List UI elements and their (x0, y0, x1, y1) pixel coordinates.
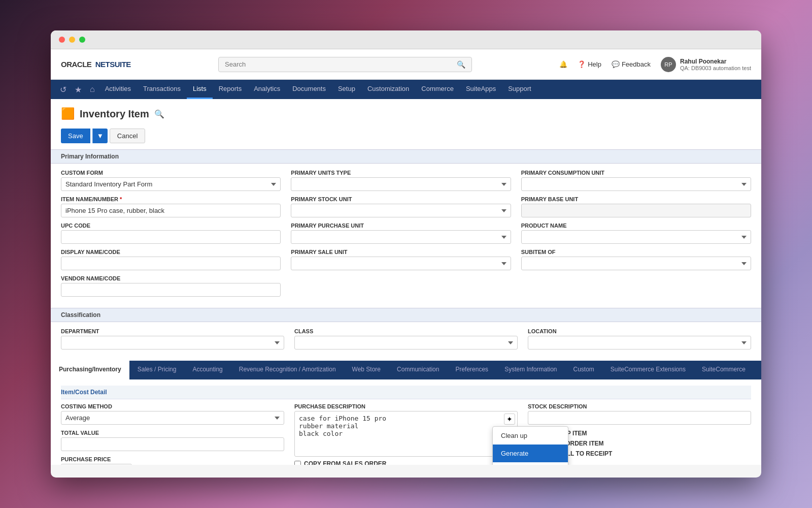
tab-web-store[interactable]: Web Store (344, 361, 389, 379)
nav-item-documents[interactable]: Documents (286, 80, 332, 99)
tab-sales-pricing[interactable]: Sales / Pricing (129, 361, 185, 379)
ai-option-generate[interactable]: Generate (493, 444, 568, 462)
tab-suitecommerce[interactable]: SuiteCommerce (694, 361, 754, 379)
nav-item-suiteapps[interactable]: SuiteApps (460, 80, 502, 99)
item-name-label: ITEM NAME/NUMBER (61, 196, 281, 202)
location-label: LOCATION (528, 328, 751, 334)
feedback-label: Feedback (622, 60, 651, 68)
upc-code-label: UPC CODE (61, 223, 281, 229)
page-search-icon[interactable]: 🔍 (154, 109, 164, 119)
purchase-price-field: PURCHASE PRICE (61, 456, 284, 465)
department-field: DEPARTMENT (61, 328, 284, 350)
tab-purchasing-inventory[interactable]: Purchasing/Inventory (51, 361, 129, 379)
vendor-name-field: VENDOR NAME/CODE (61, 275, 281, 297)
logo: ORACLE NETSUITE (61, 60, 131, 69)
copy-from-sales-checkbox[interactable] (294, 461, 301, 465)
minimize-dot[interactable] (69, 37, 75, 43)
maximize-dot[interactable] (79, 37, 85, 43)
product-name-select[interactable] (521, 230, 751, 244)
nav-item-analytics[interactable]: Analytics (248, 80, 286, 99)
tab-system-information[interactable]: System Information (496, 361, 565, 379)
purchase-price-label: PURCHASE PRICE (61, 456, 284, 462)
nav-item-support[interactable]: Support (502, 80, 537, 99)
tabs-bar: Purchasing/Inventory Sales / Pricing Acc… (51, 361, 761, 379)
primary-units-type-select[interactable] (291, 177, 511, 191)
primary-base-unit-label: PRIMARY BASE UNIT (521, 196, 751, 202)
custom-form-field: CUSTOM FORM Standard Inventory Part Form (61, 170, 281, 191)
display-name-input[interactable] (61, 257, 281, 270)
primary-purchase-unit-select[interactable] (291, 230, 511, 244)
nav-item-activities[interactable]: Activities (99, 80, 137, 99)
primary-base-unit-input[interactable] (521, 204, 751, 217)
vendor-name-label: VENDOR NAME/CODE (61, 275, 281, 281)
purchase-price-input[interactable] (61, 464, 132, 465)
page-title: Inventory Item (80, 108, 149, 120)
purchase-description-textarea[interactable] (294, 411, 518, 457)
primary-purchase-unit-label: PRIMARY PURCHASE UNIT (291, 223, 511, 229)
ai-assist-button[interactable]: ✦ (504, 414, 515, 425)
primary-purchase-unit-field: PRIMARY PURCHASE UNIT (291, 223, 511, 244)
search-input[interactable] (225, 60, 453, 68)
nav-item-reports[interactable]: Reports (213, 80, 248, 99)
total-value-label: TOTAL VALUE (61, 430, 284, 436)
costing-method-select[interactable]: Average FIFO LIFO Standard (61, 411, 284, 425)
ai-dropdown: Clean up Generate Make longer Make short… (492, 426, 568, 465)
class-select[interactable] (294, 336, 518, 350)
subitem-of-field: SUBITEM OF (521, 249, 751, 270)
toolbar: Save ▼ Cancel (51, 124, 761, 149)
item-name-input[interactable] (61, 204, 281, 217)
header-actions: 🔔 ❓ Help 💬 Feedback RP Rahul Poonekar QA… (559, 57, 751, 72)
tab-communication[interactable]: Communication (389, 361, 447, 379)
tab-custom[interactable]: Custom (565, 361, 602, 379)
display-name-field: DISPLAY NAME/CODE (61, 249, 281, 270)
nav-item-customization[interactable]: Customization (361, 80, 415, 99)
tab-accounting[interactable]: Accounting (184, 361, 230, 379)
save-dropdown-button[interactable]: ▼ (92, 129, 108, 143)
class-field: CLASS (294, 328, 518, 350)
search-bar[interactable]: 🔍 (218, 57, 472, 72)
vendor-name-input[interactable] (61, 283, 281, 297)
tab-preferences[interactable]: Preferences (447, 361, 496, 379)
subitem-of-label: SUBITEM OF (521, 249, 751, 255)
feedback-button[interactable]: 💬 Feedback (612, 60, 651, 68)
tab-revenue-recognition[interactable]: Revenue Recognition / Amortization (231, 361, 344, 379)
primary-sale-unit-field: PRIMARY SALE UNIT (291, 249, 511, 270)
department-select[interactable] (61, 336, 284, 350)
purchase-description-field: PURCHASE DESCRIPTION ✦ Clean up Generate… (294, 403, 518, 465)
nav-favorites-icon[interactable]: ★ (71, 85, 86, 94)
save-button[interactable]: Save (61, 129, 90, 143)
ai-option-make-longer[interactable]: Make longer (493, 462, 568, 465)
tab-suitecommerce-extensions[interactable]: SuiteCommerce Extensions (602, 361, 694, 379)
classification-section-header: Classification (51, 308, 761, 322)
close-dot[interactable] (59, 37, 65, 43)
purchase-description-label: PURCHASE DESCRIPTION (294, 403, 518, 409)
primary-sale-unit-label: PRIMARY SALE UNIT (291, 249, 511, 255)
search-icon: 🔍 (457, 60, 465, 69)
nav-item-commerce[interactable]: Commerce (415, 80, 460, 99)
primary-info-grid: CUSTOM FORM Standard Inventory Part Form… (51, 164, 761, 308)
custom-form-select[interactable]: Standard Inventory Part Form (61, 177, 281, 191)
nav-item-transactions[interactable]: Transactions (137, 80, 187, 99)
upc-code-input[interactable] (61, 230, 281, 244)
nav-item-lists[interactable]: Lists (187, 80, 213, 99)
primary-sale-unit-select[interactable] (291, 257, 511, 270)
subitem-of-select[interactable] (521, 257, 751, 270)
cancel-button[interactable]: Cancel (110, 129, 145, 143)
nav-item-setup[interactable]: Setup (332, 80, 361, 99)
copy-from-sales-label: COPY FROM SALES ORDER (304, 460, 386, 465)
notification-button[interactable]: 🔔 (559, 60, 567, 68)
primary-stock-unit-select[interactable] (291, 204, 511, 217)
primary-consumption-unit-select[interactable] (521, 177, 751, 191)
nav-history-icon[interactable]: ↺ (56, 85, 71, 94)
main-nav: ↺ ★ ⌂ Activities Transactions Lists Repo… (51, 80, 761, 99)
help-button[interactable]: ❓ Help (578, 60, 601, 68)
nav-home-icon[interactable]: ⌂ (86, 85, 99, 94)
stock-description-input[interactable] (528, 411, 751, 425)
page-icon: 🟧 (61, 107, 75, 120)
ai-option-cleanup[interactable]: Clean up (493, 427, 568, 444)
location-select[interactable] (528, 336, 751, 350)
location-field: LOCATION (528, 328, 751, 350)
costing-method-field: COSTING METHOD Average FIFO LIFO Standar… (61, 403, 284, 425)
primary-stock-unit-field: PRIMARY STOCK UNIT (291, 196, 511, 217)
total-value-input[interactable] (61, 437, 284, 451)
